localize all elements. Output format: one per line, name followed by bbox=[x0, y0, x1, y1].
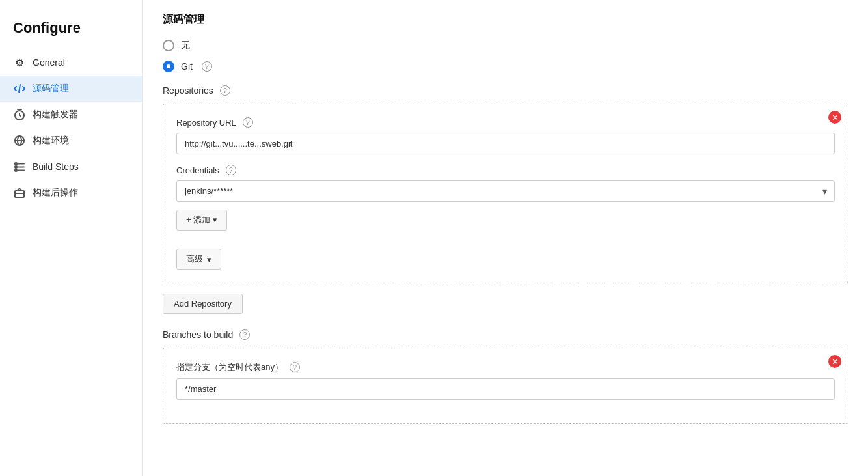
sidebar-item-label: 源码管理 bbox=[33, 83, 69, 94]
add-repository-button[interactable]: Add Repository bbox=[163, 294, 243, 314]
branch-field-label: 指定分支（为空时代表any） ? bbox=[176, 361, 835, 373]
git-help-icon[interactable]: ? bbox=[202, 61, 212, 72]
sidebar-item-label: Build Steps bbox=[33, 161, 79, 172]
repository-url-group: Repository URL ? bbox=[176, 117, 835, 154]
credentials-select[interactable]: jenkins/****** bbox=[176, 180, 835, 202]
sidebar-item-label: 构建后操作 bbox=[33, 187, 78, 199]
clock-icon bbox=[13, 108, 26, 121]
svg-rect-7 bbox=[15, 166, 17, 168]
gear-icon: ⚙ bbox=[13, 56, 26, 69]
advanced-chevron-icon: ▾ bbox=[207, 255, 211, 264]
branches-label: Branches to build ? bbox=[163, 329, 848, 340]
sidebar-item-source-code[interactable]: 源码管理 bbox=[0, 76, 142, 102]
branch-input[interactable] bbox=[176, 378, 835, 400]
sidebar-item-label: General bbox=[33, 57, 65, 68]
page-title: Configure bbox=[0, 13, 142, 49]
sidebar-item-build-env[interactable]: 构建环境 bbox=[0, 128, 142, 154]
sidebar-item-build-steps[interactable]: Build Steps bbox=[0, 154, 142, 180]
radio-none-circle[interactable] bbox=[163, 40, 174, 51]
add-credentials-button[interactable]: + 添加 ▾ bbox=[176, 210, 227, 231]
radio-none-label: 无 bbox=[181, 40, 190, 51]
sidebar: Configure ⚙ General 源码管理 构建触发器 bbox=[0, 0, 143, 476]
repositories-label: Repositories ? bbox=[163, 85, 848, 96]
sidebar-item-general[interactable]: ⚙ General bbox=[0, 49, 142, 76]
branches-card: ✕ 指定分支（为空时代表any） ? bbox=[163, 348, 848, 424]
source-code-icon bbox=[13, 82, 26, 95]
section-title: 源码管理 bbox=[163, 13, 848, 27]
repository-url-input[interactable] bbox=[176, 133, 835, 154]
sidebar-item-label: 构建环境 bbox=[33, 135, 69, 147]
repository-url-label: Repository URL ? bbox=[176, 117, 835, 128]
sidebar-item-build-trigger[interactable]: 构建触发器 bbox=[0, 102, 142, 128]
sidebar-item-label: 构建触发器 bbox=[33, 109, 78, 120]
branch-field-group: 指定分支（为空时代表any） ? bbox=[176, 361, 835, 400]
remove-repo-button[interactable]: ✕ bbox=[828, 111, 841, 124]
repository-card: ✕ Repository URL ? Credentials ? jenkins… bbox=[163, 104, 848, 283]
radio-git-label: Git bbox=[181, 61, 193, 72]
radio-none-option[interactable]: 无 bbox=[163, 40, 848, 51]
globe-icon bbox=[13, 134, 26, 147]
main-content: 源码管理 无 Git ? Repositories ? ✕ Repository… bbox=[143, 0, 868, 476]
remove-branch-button[interactable]: ✕ bbox=[828, 355, 841, 368]
branches-help-icon[interactable]: ? bbox=[239, 329, 250, 340]
repositories-help-icon[interactable]: ? bbox=[220, 85, 230, 96]
svg-line-0 bbox=[19, 85, 20, 92]
radio-git-circle[interactable] bbox=[163, 61, 174, 72]
advanced-button[interactable]: 高级 ▾ bbox=[176, 249, 221, 270]
svg-rect-8 bbox=[15, 169, 17, 171]
source-type-radio-group: 无 Git ? bbox=[163, 40, 848, 72]
box-icon bbox=[13, 186, 26, 199]
repo-url-help-icon[interactable]: ? bbox=[243, 117, 253, 128]
radio-git-option[interactable]: Git ? bbox=[163, 61, 848, 72]
credentials-group: Credentials ? jenkins/****** + 添加 ▾ bbox=[176, 165, 835, 238]
branch-help-icon[interactable]: ? bbox=[290, 362, 300, 372]
svg-rect-6 bbox=[15, 163, 17, 165]
list-icon bbox=[13, 160, 26, 173]
sidebar-item-post-build[interactable]: 构建后操作 bbox=[0, 180, 142, 206]
credentials-label: Credentials ? bbox=[176, 165, 835, 175]
credentials-select-wrapper: jenkins/****** bbox=[176, 180, 835, 202]
credentials-help-icon[interactable]: ? bbox=[226, 165, 236, 175]
